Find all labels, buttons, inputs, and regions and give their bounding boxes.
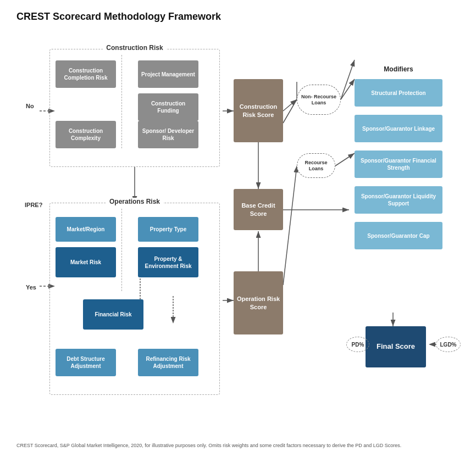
construction-risk-label: Construction Risk (103, 44, 166, 52)
debt-structure-box: Debt Structure Adjustment (56, 349, 116, 376)
refinancing-box: Refinancing Risk Adjustment (138, 349, 198, 376)
modifiers-label: Modifiers (384, 65, 413, 73)
construction-funding-box: Construction Funding (138, 93, 198, 121)
svg-line-14 (283, 99, 297, 111)
market-risk-box: Market Risk (56, 247, 116, 277)
or-divider (121, 209, 138, 291)
sponsor-cap-box: Sponsor/Guarantor Cap (355, 222, 442, 249)
sponsor-financial-strength-box: Sponsor/Guarantor Financial Strength (355, 150, 442, 178)
construction-risk-box: Construction Risk Construction Completio… (49, 49, 220, 167)
construction-complexity-box: Construction Complexity (56, 121, 116, 148)
market-region-box: Market/Region (56, 217, 116, 242)
pd-circle: PD% (346, 337, 369, 352)
non-recourse-circle: Non- Recourse Loans (297, 85, 341, 115)
property-env-box: Property & Environment Risk (138, 247, 198, 277)
modifiers-box: Modifiers Structural Protection Sponsor/… (349, 65, 448, 313)
footer: CREST Scorecard, S&P Global Market Intel… (16, 442, 456, 450)
svg-line-15 (283, 166, 297, 285)
lgd-circle: LGD% (436, 337, 461, 352)
operations-risk-box: Operations Risk Market/Region Property T… (49, 203, 220, 395)
recourse-circle: Recourse Loans (297, 153, 335, 178)
sponsor-linkage-box: Sponsor/Guarantor Linkage (355, 115, 442, 142)
structural-protection-box: Structural Protection (355, 79, 442, 107)
operations-risk-label: Operations Risk (106, 198, 163, 205)
svg-line-11 (283, 99, 297, 123)
diagram: label arrow to construction risk --> lab… (16, 32, 462, 433)
yes-label: Yes (26, 284, 36, 291)
construction-risk-score-box: Construction Risk Score (234, 79, 283, 142)
no-label: No (26, 103, 34, 109)
page-title: CREST Scorecard Methodology Framework (16, 11, 460, 23)
construction-completion-risk-box: Construction Completion Risk (56, 60, 116, 88)
sponsor-liquidity-box: Sponsor/Guarantor Liquidity Support (355, 186, 442, 214)
financial-risk-box: Financial Risk (83, 299, 143, 330)
ipre-label: IPRE? (25, 202, 42, 208)
operation-risk-score-box: Operation Risk Score (234, 271, 283, 334)
final-score-box: Final Score (366, 326, 426, 367)
property-type-box: Property Type (138, 217, 198, 242)
sponsor-developer-box: Sponsor/ Developer Risk (138, 121, 198, 148)
project-management-box: Project Management (138, 60, 198, 88)
base-credit-score-box: Base Credit Score (234, 189, 283, 230)
cr-divider (121, 55, 138, 148)
